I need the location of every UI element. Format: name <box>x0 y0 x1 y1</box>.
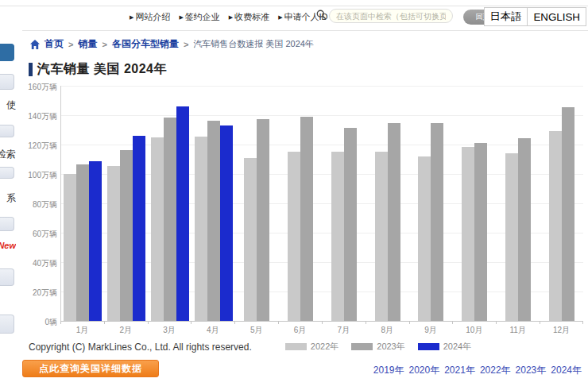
month-group-7月 <box>323 86 366 321</box>
year-link[interactable]: 2023年 <box>516 364 547 377</box>
detail-data-cta-button[interactable]: 点此查询美国详细数据 <box>22 360 159 377</box>
sidebar-tab-stub[interactable] <box>0 74 14 90</box>
bar-2023年-12月 <box>562 107 574 321</box>
legend-item-2024年: 2024年 <box>418 341 471 353</box>
main-content: 首页 > 销量 > 各国分车型销量 > 汽车销售台数速报 美国 2024年 汽车… <box>22 31 588 386</box>
x-tick-label: 2月 <box>104 321 148 335</box>
sidebar-tab-stub[interactable] <box>0 44 14 61</box>
year-link[interactable]: 2021年 <box>444 364 475 377</box>
x-tick-label: 4月 <box>191 321 234 335</box>
lang-japanese-button[interactable]: 日本語 <box>484 7 528 26</box>
x-tick-label: 12月 <box>540 321 583 335</box>
chart-footer-row: Copyright (C) MarkLines Co., Ltd. All ri… <box>29 341 588 353</box>
y-tick-label: 0辆 <box>44 317 57 328</box>
breadcrumb-separator: > <box>184 40 188 49</box>
month-group-1月 <box>61 86 105 321</box>
y-tick-label: 40万辆 <box>33 258 57 269</box>
month-group-2月 <box>105 86 149 321</box>
page: { "icons": { "nav_bullet": "▶" }, "top_b… <box>0 0 588 386</box>
sidebar-tab-stub[interactable] <box>0 217 14 231</box>
top-divider <box>0 6 588 6</box>
month-group-10月 <box>453 86 497 321</box>
chart-x-axis: 1月2月3月4月5月6月7月8月9月10月11月12月 <box>60 321 583 335</box>
y-tick-label: 100万辆 <box>28 170 57 181</box>
legend-item-2023年: 2023年 <box>351 341 404 353</box>
x-tick-label: 9月 <box>409 321 453 335</box>
bar-2023年-8月 <box>388 123 400 321</box>
bar-2022年-3月 <box>151 137 164 321</box>
breadcrumb-current: 汽车销售台数速报 美国 2024年 <box>193 38 314 50</box>
bar-2023年-3月 <box>164 118 176 321</box>
search-icon <box>316 9 327 23</box>
sidebar-tab-stub[interactable] <box>0 268 14 286</box>
home-icon <box>30 40 40 49</box>
year-link[interactable]: 2020年 <box>408 364 439 377</box>
chart-legend: 2022年2023年2024年 <box>285 341 471 353</box>
legend-label: 2024年 <box>443 341 471 353</box>
page-title-row: 汽车销量 美国 2024年 <box>29 61 588 78</box>
sidebar-label-fragment: 检索 <box>0 148 16 161</box>
bar-2024年-3月 <box>176 106 189 321</box>
legend-label: 2022年 <box>311 341 338 353</box>
bar-2023年-9月 <box>431 123 443 321</box>
x-tick-label: 6月 <box>278 321 322 335</box>
breadcrumb-home-link[interactable]: 首页 <box>44 37 64 51</box>
month-group-6月 <box>279 86 323 321</box>
month-group-3月 <box>149 86 192 321</box>
sales-chart: 160万辆140万辆120万辆100万辆80万辆60万辆40万辆20万辆0辆 1… <box>24 86 583 335</box>
bar-2023年-5月 <box>257 119 269 321</box>
y-tick-label: 140万辆 <box>28 111 57 122</box>
sidebar-tab-stub[interactable] <box>0 315 14 334</box>
triangle-icon: ▶ <box>278 14 282 20</box>
month-group-12月 <box>540 86 583 321</box>
bar-2023年-4月 <box>207 121 220 321</box>
y-tick-label: 20万辆 <box>33 288 57 299</box>
bar-2022年-11月 <box>505 153 518 321</box>
search-area <box>316 9 453 23</box>
x-tick-label: 7月 <box>322 321 366 335</box>
sidebar-tab-stub[interactable] <box>0 125 14 137</box>
breadcrumb-sales-link[interactable]: 销量 <box>78 37 97 51</box>
bar-2022年-6月 <box>288 152 300 321</box>
y-tick-label: 160万辆 <box>28 82 57 93</box>
month-group-9月 <box>409 86 453 321</box>
lang-english-button[interactable]: ENGLISH <box>528 7 586 26</box>
sidebar-tab-stub[interactable] <box>0 167 14 179</box>
year-link[interactable]: 2022年 <box>480 364 511 377</box>
bar-2024年-1月 <box>89 161 102 321</box>
top-nav-link[interactable]: ▶网站介绍 <box>130 11 170 23</box>
sidebar-label-fragment: 系 <box>0 191 16 205</box>
year-links: 2019年 2020年 2021年 2022年 2023年 2024年 <box>373 364 582 377</box>
chart-plot-area: 1月2月3月4月5月6月7月8月9月10月11月12月 <box>60 86 583 335</box>
y-tick-label: 60万辆 <box>33 229 57 240</box>
y-tick-label: 120万辆 <box>28 141 57 152</box>
top-nav-label: 签约企业 <box>185 11 220 23</box>
x-tick-label: 1月 <box>60 321 104 335</box>
copyright-text: Copyright (C) MarkLines Co., Ltd. All ri… <box>29 342 252 353</box>
top-nav-link[interactable]: ▶收费标准 <box>229 11 269 23</box>
sidebar-label-fragment: 使 <box>0 98 16 112</box>
month-group-11月 <box>497 86 540 321</box>
search-input[interactable] <box>329 9 453 23</box>
title-accent-bar <box>29 63 33 76</box>
bar-2022年-7月 <box>331 152 344 321</box>
top-bar: ▶网站介绍 ▶签约企业 ▶收费标准 ▶申请个人ID ▶常见问题 回页首 日本語 … <box>0 0 588 30</box>
x-tick-label: 3月 <box>148 321 191 335</box>
chart-plot <box>60 86 583 321</box>
year-link[interactable]: 2019年 <box>373 364 404 377</box>
bar-2023年-7月 <box>344 128 357 321</box>
bar-2023年-11月 <box>518 138 531 321</box>
legend-swatch <box>418 343 439 350</box>
breadcrumb-model-sales-link[interactable]: 各国分车型销量 <box>112 37 179 51</box>
bar-2023年-6月 <box>300 117 313 321</box>
chart-bars-row <box>61 86 583 321</box>
legend-swatch <box>285 343 307 350</box>
top-nav-link[interactable]: ▶签约企业 <box>179 11 219 23</box>
year-link[interactable]: 2024年 <box>551 364 582 377</box>
top-nav-label: 网站介绍 <box>135 11 170 23</box>
bar-2022年-12月 <box>549 131 562 321</box>
bar-2024年-2月 <box>133 136 145 321</box>
month-group-5月 <box>235 86 279 321</box>
x-tick-label: 5月 <box>234 321 278 335</box>
triangle-icon: ▶ <box>130 14 133 20</box>
